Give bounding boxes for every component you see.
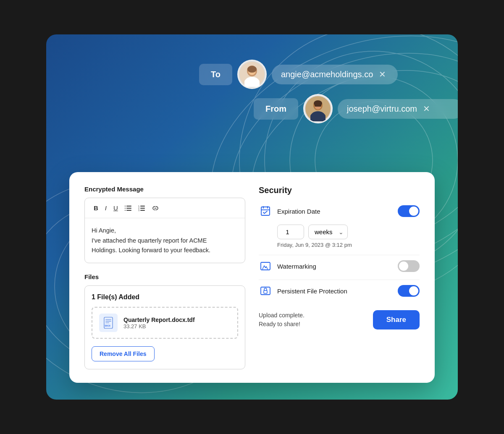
svg-rect-20: [315, 105, 321, 107]
left-column: Encrypted Message B I U: [84, 186, 245, 369]
divider-2: [259, 280, 420, 280]
expiry-unit-select[interactable]: weeks days months: [308, 225, 348, 239]
numbered-list-button[interactable]: 1. 2. 3.: [135, 203, 148, 214]
files-count: 1 File(s) Added: [92, 293, 238, 301]
remove-all-files-button[interactable]: Remove All Files: [92, 346, 155, 361]
expiration-date-toggle[interactable]: [398, 205, 420, 217]
message-body[interactable]: Hi Angie, I've attached the quarterly re…: [85, 218, 245, 263]
watermarking-item: Watermarking: [259, 259, 420, 273]
to-label-button[interactable]: To: [199, 64, 232, 85]
persistent-file-protection-item: Persistent File Protection: [259, 284, 420, 298]
expiry-controls: weeks days months: [277, 225, 420, 239]
bullet-list-button[interactable]: [122, 203, 134, 214]
svg-rect-32: [140, 208, 145, 209]
status-line1: Upload complete.: [259, 311, 304, 320]
to-email-text: angie@acmeholdings.co: [281, 70, 373, 79]
persistent-file-protection-label: Persistent File Protection: [277, 288, 393, 295]
email-fields-container: To angie@acmeholdings.co ✕: [199, 60, 458, 123]
divider-1: [259, 255, 420, 255]
files-section-label: Files: [84, 273, 245, 280]
from-row: From joseph@virtru.com ✕: [254, 94, 458, 123]
svg-rect-27: [125, 210, 126, 211]
expiry-date-display: Friday, Jun 9, 2023 @ 3:12 pm: [277, 242, 420, 248]
file-size: 33.27 KB: [123, 323, 195, 329]
svg-rect-15: [244, 79, 260, 87]
editor-toolbar: B I U: [85, 198, 245, 218]
svg-rect-22: [310, 114, 326, 121]
message-line3: Holdings. Looking forward to your feedba…: [92, 246, 238, 255]
expiration-date-label: Expiration Date: [277, 208, 393, 215]
from-avatar: [303, 94, 333, 123]
from-label-button[interactable]: From: [254, 98, 298, 120]
svg-point-13: [247, 66, 257, 73]
expiry-number-input[interactable]: [277, 225, 304, 239]
file-info: Quarterly Report.docx.tdf 33.27 KB: [123, 316, 195, 329]
svg-rect-23: [125, 206, 126, 207]
persistent-file-protection-icon: [259, 284, 272, 298]
message-section-label: Encrypted Message: [84, 186, 245, 193]
share-button[interactable]: Share: [373, 310, 420, 329]
from-close-button[interactable]: ✕: [423, 105, 430, 113]
message-line1: Hi Angie,: [92, 226, 238, 235]
svg-text:DOCX: DOCX: [105, 325, 110, 327]
files-box: 1 File(s) Added DOCX Quarterly Repor: [84, 285, 245, 369]
file-icon: DOCX: [99, 314, 118, 332]
right-column: Security Expiration Date: [259, 186, 420, 369]
svg-rect-25: [125, 208, 126, 209]
security-title: Security: [259, 186, 420, 195]
expiry-unit-select-wrap: weeks days months: [308, 225, 348, 239]
link-button[interactable]: [149, 203, 162, 213]
file-item: DOCX Quarterly Report.docx.tdf 33.27 KB: [92, 307, 238, 339]
bold-button[interactable]: B: [91, 202, 101, 214]
watermarking-toggle[interactable]: [398, 260, 420, 272]
svg-text:3.: 3.: [138, 209, 140, 212]
expiration-date-item: Expiration Date: [259, 204, 420, 218]
svg-rect-38: [261, 262, 270, 270]
from-email-pill: joseph@virtru.com ✕: [338, 99, 458, 119]
italic-button[interactable]: I: [102, 202, 110, 214]
svg-rect-28: [126, 210, 131, 211]
file-name: Quarterly Report.docx.tdf: [123, 316, 195, 323]
persistent-file-protection-toggle[interactable]: [398, 285, 420, 297]
svg-rect-24: [126, 206, 131, 207]
expiration-date-icon: [259, 204, 272, 218]
from-email-text: joseph@virtru.com: [347, 104, 417, 114]
svg-rect-30: [140, 206, 145, 207]
outer-background: To angie@acmeholdings.co ✕: [46, 34, 458, 400]
watermarking-icon: [259, 259, 272, 273]
watermarking-label: Watermarking: [277, 263, 393, 270]
to-email-pill: angie@acmeholdings.co ✕: [272, 65, 398, 84]
svg-rect-40: [264, 290, 267, 293]
to-close-button[interactable]: ✕: [379, 70, 386, 78]
status-text: Upload complete. Ready to share!: [259, 311, 304, 329]
footer-row: Upload complete. Ready to share! Share: [259, 310, 420, 329]
files-section: Files 1 File(s) Added DOCX: [84, 273, 245, 369]
content-area: To angie@acmeholdings.co ✕: [46, 34, 458, 400]
to-row: To angie@acmeholdings.co ✕: [199, 60, 458, 89]
main-card: Encrypted Message B I U: [69, 172, 435, 383]
underline-button[interactable]: U: [110, 202, 121, 214]
svg-rect-26: [126, 208, 131, 209]
svg-rect-37: [261, 207, 270, 215]
svg-rect-34: [140, 210, 145, 211]
to-avatar: [237, 60, 267, 89]
message-editor[interactable]: B I U: [84, 198, 245, 263]
message-line2: I've attached the quarterly report for A…: [92, 236, 238, 246]
status-line2: Ready to share!: [259, 320, 304, 329]
